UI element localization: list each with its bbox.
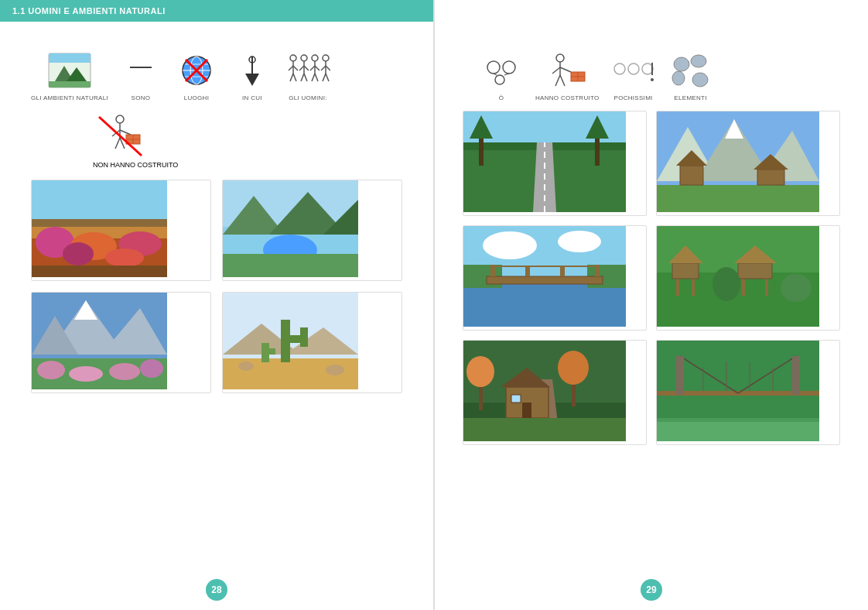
image-wooden-bridge: [463, 225, 647, 331]
svg-rect-166: [463, 418, 626, 441]
svg-line-30: [315, 66, 320, 70]
label-pochissimi: POCHISSIMI: [614, 94, 653, 101]
right-image-grid: [463, 111, 840, 445]
item-elementi: ELEMENTI: [668, 49, 714, 101]
people-icon: [285, 49, 331, 91]
item-uomini: GLI UOMINI:: [285, 49, 331, 101]
arrow-down-icon: [229, 49, 275, 91]
svg-line-31: [312, 74, 315, 81]
image-forest-road: [463, 111, 647, 216]
svg-line-37: [323, 74, 326, 81]
svg-rect-134: [463, 284, 626, 327]
svg-line-35: [321, 66, 326, 70]
image-autumn-field: [31, 180, 211, 281]
item-incui: IN CUI: [229, 49, 275, 101]
svg-rect-128: [757, 170, 784, 185]
page-header-left: 1.1 UOMINI E AMBIENTI NATURALI: [0, 0, 433, 22]
item-pochissimi: POCHISSIMI: [610, 49, 657, 101]
left-image-grid: [31, 180, 402, 393]
svg-point-104: [642, 63, 653, 74]
svg-point-106: [651, 78, 654, 81]
svg-rect-161: [511, 395, 521, 403]
svg-rect-137: [487, 276, 603, 284]
label-luoghi: LUOGHI: [184, 94, 209, 101]
svg-line-17: [289, 66, 293, 70]
sentence-row-right: Ò: [463, 49, 840, 101]
svg-point-33: [323, 55, 329, 61]
svg-line-24: [304, 66, 309, 70]
svg-line-96: [560, 67, 571, 72]
svg-line-97: [555, 75, 560, 86]
svg-point-90: [495, 75, 504, 84]
item-ambienti: GLI AMBIENTI NATURALI: [31, 49, 108, 101]
label-hanno-costruito: HANNO COSTRUITO: [535, 94, 600, 101]
label-uomini: GLI UOMINI:: [289, 94, 327, 101]
svg-rect-126: [680, 166, 703, 185]
image-desert-cactus: [222, 292, 402, 393]
svg-point-103: [628, 63, 639, 74]
svg-point-15: [290, 55, 296, 61]
svg-rect-147: [672, 263, 699, 279]
page-number-left: 28: [206, 579, 227, 601]
svg-rect-3: [49, 81, 91, 87]
label-non-costruito: NON HANNO COSTRUITO: [93, 161, 178, 169]
svg-point-153: [713, 267, 740, 301]
svg-rect-4: [49, 53, 91, 63]
image-thatched-huts: [656, 225, 840, 331]
sentence-row-1: GLI AMBIENTI NATURALI — SONO: [31, 49, 402, 101]
svg-point-76: [140, 359, 163, 378]
header-title: 1.1 UOMINI E AMBIENTI NATURALI: [12, 6, 166, 15]
svg-rect-66: [223, 254, 358, 277]
globe-icon: [173, 49, 220, 91]
svg-point-39: [116, 115, 124, 123]
svg-rect-58: [32, 266, 167, 277]
svg-rect-139: [525, 266, 530, 276]
svg-point-108: [691, 55, 706, 67]
image-forest-cabin: [463, 340, 647, 445]
svg-line-36: [326, 66, 330, 70]
svg-point-74: [69, 366, 103, 382]
label-o: Ò: [499, 94, 504, 101]
image-suspension-bridge: [656, 340, 840, 445]
svg-rect-178: [657, 422, 819, 441]
svg-line-26: [304, 74, 307, 81]
non-costruito-section: NON HANNO COSTRUITO: [93, 111, 402, 169]
elements-icon: [668, 49, 714, 91]
svg-point-132: [558, 231, 601, 252]
svg-line-95: [552, 67, 560, 74]
svg-line-23: [299, 66, 304, 70]
svg-point-165: [466, 356, 494, 387]
image-mountain-flowers: [31, 292, 211, 393]
svg-point-86: [238, 362, 254, 371]
image-river-valley: [222, 180, 402, 281]
svg-point-88: [487, 61, 500, 74]
svg-line-18: [293, 66, 298, 70]
svg-point-93: [556, 54, 564, 62]
svg-rect-85: [261, 348, 275, 355]
label-elementi: ELEMENTI: [674, 94, 706, 101]
svg-rect-82: [281, 335, 300, 343]
svg-rect-125: [657, 185, 819, 212]
svg-rect-83: [300, 327, 308, 347]
svg-point-75: [109, 363, 140, 380]
svg-point-21: [301, 55, 307, 61]
svg-rect-140: [560, 266, 565, 276]
svg-rect-172: [676, 356, 684, 395]
svg-point-107: [674, 57, 689, 71]
svg-rect-173: [792, 356, 800, 395]
label-ambienti: GLI AMBIENTI NATURALI: [31, 94, 108, 101]
svg-line-98: [560, 75, 565, 86]
svg-point-110: [692, 73, 708, 87]
svg-point-102: [614, 63, 625, 74]
item-hanno-costruito: HANNO COSTRUITO: [535, 49, 600, 101]
svg-rect-116: [479, 135, 484, 166]
svg-point-27: [312, 55, 318, 61]
item-luoghi: LUOGHI: [173, 49, 220, 101]
svg-point-154: [781, 274, 812, 302]
landscape-icon: [46, 49, 93, 91]
svg-point-73: [37, 361, 65, 379]
item-o: Ò: [478, 49, 525, 101]
page-number-right: 29: [641, 579, 662, 601]
label-sono: SONO: [132, 94, 151, 101]
svg-line-29: [310, 66, 315, 70]
